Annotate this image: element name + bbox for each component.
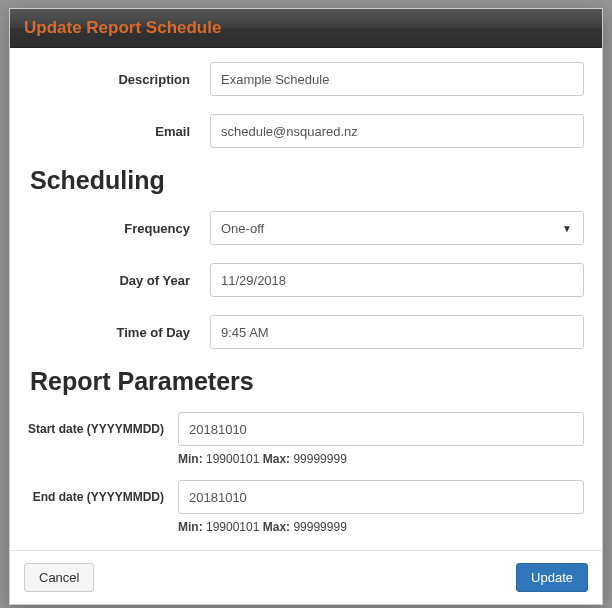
end-date-help: Min: 19900101 Max: 99999999 xyxy=(28,520,584,534)
modal-title: Update Report Schedule xyxy=(24,18,588,38)
end-date-input[interactable] xyxy=(178,480,584,514)
scheduling-heading: Scheduling xyxy=(30,166,584,195)
day-of-year-label: Day of Year xyxy=(28,273,210,288)
end-date-label: End date (YYYYMMDD) xyxy=(28,490,178,504)
email-input[interactable] xyxy=(210,114,584,148)
frequency-value: One-off xyxy=(221,221,264,236)
time-of-day-label: Time of Day xyxy=(28,325,210,340)
start-date-label: Start date (YYYYMMDD) xyxy=(28,422,178,436)
day-of-year-input[interactable] xyxy=(210,263,584,297)
modal-body: Description Email Scheduling Frequency O… xyxy=(10,48,602,550)
email-label: Email xyxy=(28,124,210,139)
description-input[interactable] xyxy=(210,62,584,96)
frequency-label: Frequency xyxy=(28,221,210,236)
description-label: Description xyxy=(28,72,210,87)
modal-header: Update Report Schedule xyxy=(10,9,602,48)
update-button[interactable]: Update xyxy=(516,563,588,592)
time-of-day-input[interactable] xyxy=(210,315,584,349)
report-parameters-heading: Report Parameters xyxy=(30,367,584,396)
modal-footer: Cancel Update xyxy=(10,550,602,604)
cancel-button[interactable]: Cancel xyxy=(24,563,94,592)
start-date-help: Min: 19900101 Max: 99999999 xyxy=(28,452,584,466)
frequency-select[interactable]: One-off xyxy=(210,211,584,245)
start-date-input[interactable] xyxy=(178,412,584,446)
update-report-schedule-modal: Update Report Schedule Description Email… xyxy=(9,8,603,605)
